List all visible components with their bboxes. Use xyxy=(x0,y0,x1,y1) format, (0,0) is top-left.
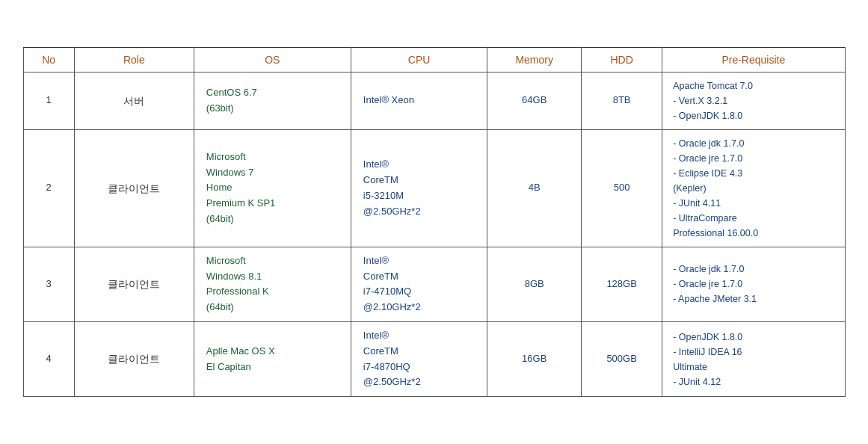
table-row: 3클라이언트Microsoft Windows 8.1 Professional… xyxy=(23,247,845,321)
main-table-wrapper: No Role OS CPU Memory HDD Pre-Requisite … xyxy=(23,47,846,397)
col-header-no: No xyxy=(23,47,74,72)
cell-os: CentOS 6.7 (63bit) xyxy=(194,72,351,129)
cell-cpu: Intel® CoreTM i5-3210M @2.50GHz*2 xyxy=(351,129,487,247)
cell-no: 4 xyxy=(23,322,74,397)
cell-memory: 4B xyxy=(487,129,582,247)
cell-os: Microsoft Windows 7 Home Premium K SP1 (… xyxy=(194,129,351,247)
cell-role: 클라이언트 xyxy=(74,322,194,397)
cell-prereq: - Oracle jdk 1.7.0 - Oracle jre 1.7.0 - … xyxy=(662,247,845,321)
table-row: 4클라이언트Aplle Mac OS X El CapitanIntel® Co… xyxy=(23,322,845,397)
col-header-cpu: CPU xyxy=(351,47,487,72)
cell-role: 서버 xyxy=(74,72,194,129)
cell-os: Aplle Mac OS X El Capitan xyxy=(194,322,351,397)
cell-prereq: - OpenJDK 1.8.0 - IntelliJ IDEA 16 Ultim… xyxy=(662,322,845,397)
table-row: 1서버CentOS 6.7 (63bit)Intel® Xeon64GB8TBA… xyxy=(23,72,845,129)
cell-hdd: 500GB xyxy=(582,322,662,397)
cell-no: 1 xyxy=(23,72,74,129)
cell-cpu: Intel® Xeon xyxy=(351,72,487,129)
cell-memory: 8GB xyxy=(487,247,582,321)
cell-memory: 16GB xyxy=(487,322,582,397)
cell-hdd: 128GB xyxy=(582,247,662,321)
cell-no: 2 xyxy=(23,129,74,247)
cell-cpu: Intel® CoreTM i7-4870HQ @2.50GHz*2 xyxy=(351,322,487,397)
specs-table: No Role OS CPU Memory HDD Pre-Requisite … xyxy=(23,47,846,397)
col-header-memory: Memory xyxy=(487,47,582,72)
cell-memory: 64GB xyxy=(487,72,582,129)
cell-role: 클라이언트 xyxy=(74,247,194,321)
cell-no: 3 xyxy=(23,247,74,321)
col-header-hdd: HDD xyxy=(582,47,662,72)
col-header-prereq: Pre-Requisite xyxy=(662,47,845,72)
col-header-os: OS xyxy=(194,47,351,72)
col-header-role: Role xyxy=(74,47,194,72)
cell-hdd: 8TB xyxy=(582,72,662,129)
cell-os: Microsoft Windows 8.1 Professional K (64… xyxy=(194,247,351,321)
header-row: No Role OS CPU Memory HDD Pre-Requisite xyxy=(23,47,845,72)
cell-role: 클라이언트 xyxy=(74,129,194,247)
cell-prereq: Apache Tomcat 7.0 - Vert.X 3.2.1 - OpenJ… xyxy=(662,72,845,129)
cell-hdd: 500 xyxy=(582,129,662,247)
cell-prereq: - Oracle jdk 1.7.0 - Oracle jre 1.7.0 - … xyxy=(662,129,845,247)
table-row: 2클라이언트Microsoft Windows 7 Home Premium K… xyxy=(23,129,845,247)
cell-cpu: Intel® CoreTM i7-4710MQ @2.10GHz*2 xyxy=(351,247,487,321)
